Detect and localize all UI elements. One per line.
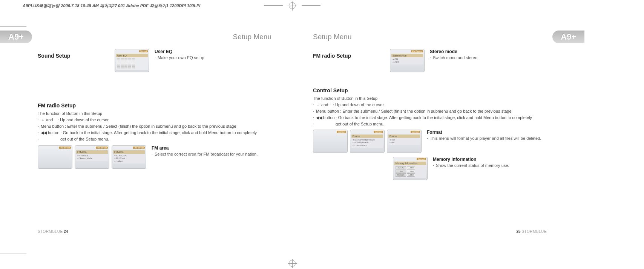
ui-screenshot-control: Control	[313, 130, 348, 153]
sound-setup-section: Sound Setup Sound User EQ User EQ	[38, 49, 271, 72]
instruction-intro: The function of Button in this Setup	[38, 111, 271, 117]
page-right: A9+ Setup Menu FM radio Setup FM Setup S…	[298, 30, 584, 219]
screenshot-option: ON	[393, 58, 422, 61]
section-heading: Control Setup	[313, 87, 547, 93]
mem-val: 128M	[407, 173, 415, 177]
section-heading: FM radio Setup	[313, 53, 385, 59]
screenshot-tab: Control	[337, 131, 346, 133]
ui-screenshot-control-menu: Control Format Memory Information F/W Up…	[350, 130, 385, 153]
screenshot-option: No	[389, 141, 419, 144]
page-header: A9+ Setup Menu	[0, 30, 287, 44]
page-footer: STORMBLUE 24	[38, 229, 68, 234]
page-content: FM radio Setup FM Setup Stereo Mode ON O…	[298, 49, 584, 180]
screenshot-option: FM Area	[77, 154, 107, 157]
screenshot-tab: Control	[417, 158, 426, 160]
mem-val: 128M	[407, 166, 415, 170]
page-content: Sound Setup Sound User EQ User EQ	[0, 49, 287, 169]
instruction-item: Menu button : Enter the submenu / Select…	[313, 109, 547, 115]
description-text: This menu will format your player and al…	[427, 136, 547, 142]
ui-screenshot-fm-setup: FM Setup	[38, 145, 72, 169]
screenshot-option: Memory Information	[353, 139, 382, 142]
fm-area-row: FM Setup FM Setup FM Area FM Area Stereo…	[38, 145, 271, 169]
print-meta-text: A9PLUS국영매뉴얼 2006.7.18 10:48 AM 페이지27 001…	[23, 3, 200, 9]
screenshot-option: EU/CHA	[114, 157, 144, 160]
screenshot-header: FM Area	[113, 150, 145, 154]
screenshot-tab: FM Setup	[411, 50, 423, 52]
instruction-item: ＋ and − : Up and down of the cursor	[313, 102, 547, 108]
instruction-item: ◀◀ button : Go back to the initial stage…	[313, 115, 547, 121]
footer-brand: STORMBLUE	[38, 229, 63, 234]
footer-brand: STORMBLUE	[521, 229, 547, 234]
subsection-heading: Format	[427, 130, 547, 135]
mem-key: Use	[396, 170, 406, 173]
screenshot-option: Stereo Mode	[77, 157, 107, 160]
instruction-block: The function of Button in this Setup ＋ a…	[38, 111, 271, 142]
ui-screenshot-user-eq: Sound User EQ	[115, 49, 149, 72]
section-heading: Sound Setup	[38, 53, 109, 59]
description-text: Show the current status of memory use.	[433, 163, 547, 169]
registration-mark-icon	[289, 2, 296, 9]
section-heading: FM radio Setup	[38, 102, 271, 109]
page-number: 24	[64, 229, 68, 234]
screenshot-tab: FM Setup	[59, 147, 71, 149]
screenshot-tab: Sound	[139, 50, 148, 52]
mem-val: 128M	[407, 170, 415, 173]
screenshot-option: OFF	[393, 61, 422, 64]
product-badge: A9+	[0, 31, 32, 43]
ui-screenshot-format-confirm: Control Format Yes No	[387, 130, 422, 153]
page-footer: 25 STORMBLUE	[517, 229, 547, 234]
memory-info-row: Control Memory Information TOTAL128M Use…	[313, 157, 547, 180]
instruction-block: The function of Button in this Setup ＋ a…	[313, 96, 547, 127]
page-header: A9+ Setup Menu	[298, 30, 584, 44]
subsection-heading: FM area	[152, 145, 271, 151]
screenshot-tab: Control	[411, 131, 420, 133]
format-row: Control Control Format Memory Informatio…	[313, 130, 547, 153]
description-text: Select the correct area for FM broadcast…	[152, 151, 271, 157]
subsection-heading: Memory information	[433, 157, 547, 162]
screenshot-tab: FM Setup	[133, 147, 145, 149]
screenshot-option: Yes	[389, 139, 419, 142]
crop-mark	[264, 5, 283, 6]
instruction-intro: The function of Button in this Setup	[313, 96, 547, 102]
ui-screenshot-fm-area-select: FM Setup FM Area KOR/USA EU/CHA JAPAN	[112, 145, 146, 169]
ui-screenshot-fm-area-list: FM Setup FM Area FM Area Stereo Mode	[75, 145, 109, 169]
screenshot-option: KOR/USA	[114, 154, 144, 157]
screenshot-header: Stereo Mode	[391, 54, 423, 57]
screenshot-tab: FM Setup	[96, 147, 108, 149]
page-title: Setup Menu	[32, 33, 287, 41]
instruction-item: Menu button : Enter the submenu / Select…	[38, 124, 271, 130]
instruction-item: get out of the Setup menu.	[38, 136, 271, 142]
page-number: 25	[517, 229, 521, 234]
description-text: Make your own EQ setup	[155, 55, 271, 61]
screenshot-option: Load Default	[353, 144, 382, 147]
instruction-text: ◀◀ button : Go back to the initial stage…	[41, 130, 257, 135]
description-text: Switch mono and stereo.	[430, 55, 547, 61]
screenshot-header: Format	[351, 134, 383, 138]
instruction-text: ◀◀ button : Go back to the initial stage…	[316, 115, 532, 120]
mem-key: TOTAL	[396, 166, 406, 170]
page-left: A9+ Setup Menu Sound Setup Sound User EQ	[0, 30, 287, 219]
instruction-item: ＋ and − : Up and down of the cursor	[38, 117, 271, 123]
screenshot-tab: Control	[374, 131, 383, 133]
screenshot-option: JAPAN	[114, 160, 144, 163]
screenshot-option: F/W UpGrade	[353, 141, 382, 144]
registration-mark-icon	[289, 260, 296, 267]
subsection-heading: Stereo mode	[430, 49, 547, 54]
subsection-heading: User EQ	[155, 49, 271, 54]
mem-key: Remain	[396, 173, 406, 177]
crop-mark	[302, 5, 320, 6]
ui-screenshot-memory-info: Control Memory Information TOTAL128M Use…	[393, 157, 428, 180]
screenshot-header: User EQ	[116, 54, 148, 57]
product-badge: A9+	[552, 31, 584, 43]
instruction-item: get out of the Setup menu.	[313, 121, 547, 127]
crop-line	[0, 254, 26, 254]
crop-line	[0, 26, 26, 27]
screenshot-header: Format	[388, 134, 420, 138]
fm-stereo-section: FM radio Setup FM Setup Stereo Mode ON O…	[313, 49, 547, 72]
ui-screenshot-stereo-mode: FM Setup Stereo Mode ON OFF	[390, 49, 425, 72]
screenshot-header: Memory Information	[394, 162, 426, 165]
page-title: Setup Menu	[298, 33, 552, 41]
instruction-item: ◀◀ button : Go back to the initial stage…	[38, 130, 271, 136]
screenshot-header: FM Area	[76, 150, 108, 154]
